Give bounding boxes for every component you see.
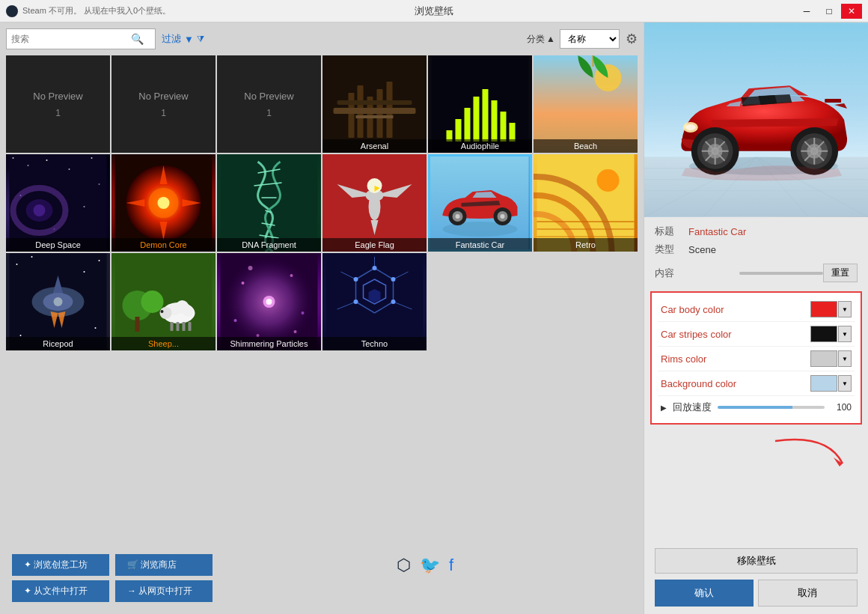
svg-point-61 <box>501 214 505 219</box>
list-item[interactable]: Techno <box>323 253 427 350</box>
content-label: 内容 <box>655 267 739 280</box>
list-item[interactable]: Fantastic Car <box>428 154 532 252</box>
list-item[interactable]: Shimmering Particles <box>217 253 321 350</box>
browse-shop-button[interactable]: 🛒 浏览商店 <box>115 554 213 576</box>
svg-rect-93 <box>171 322 174 331</box>
search-icon[interactable]: 🔍 <box>131 33 144 45</box>
sort-label: 分类 ▲ <box>527 33 555 46</box>
svg-rect-94 <box>177 322 180 331</box>
list-item[interactable]: Retro <box>534 154 638 252</box>
type-value: Scene <box>688 244 716 255</box>
facebook-social-icon[interactable]: f <box>449 556 453 575</box>
reset-button[interactable]: 重置 <box>823 264 858 282</box>
list-item[interactable]: Sheep... <box>111 253 216 350</box>
rims-color-dropdown[interactable]: ▼ <box>838 350 852 367</box>
speed-slider[interactable] <box>718 406 825 409</box>
svg-rect-12 <box>465 108 471 142</box>
bottom-row2: ✦ 从文件中打开 → 从网页中打开 <box>12 580 632 602</box>
background-color-swatch[interactable] <box>810 375 837 392</box>
rims-color-swatch[interactable] <box>810 350 837 367</box>
filter-icon: ▼ <box>184 34 194 45</box>
wallpaper-grid: No Preview 1 No Preview 1 No Preview 1 <box>6 55 638 548</box>
left-panel: 🔍 过滤 ▼ ⧩ 分类 ▲ 名称 ⚙ No <box>0 22 644 614</box>
twitter-social-icon[interactable]: 🐦 <box>420 556 440 575</box>
search-input[interactable] <box>11 34 131 44</box>
car-body-color-swatch[interactable] <box>810 301 837 317</box>
svg-point-119 <box>391 300 396 304</box>
right-bottom: 移除壁纸 确认 取消 <box>644 541 868 614</box>
svg-point-81 <box>20 335 22 336</box>
steam-social-icon[interactable]: ⬡ <box>397 556 411 575</box>
svg-rect-6 <box>334 108 416 114</box>
svg-rect-1 <box>349 93 355 138</box>
svg-point-121 <box>354 277 358 282</box>
confirm-button[interactable]: 确认 <box>655 580 754 607</box>
sort-up-icon: ▲ <box>546 34 555 44</box>
svg-point-152 <box>685 124 696 130</box>
svg-point-120 <box>354 300 358 304</box>
svg-rect-7 <box>337 100 412 105</box>
list-item[interactable]: Beach <box>534 55 638 153</box>
settings-icon[interactable]: ⚙ <box>626 31 638 47</box>
minimize-button[interactable]: ─ <box>796 4 817 19</box>
bottom-bar: ✦ 浏览创意工坊 🛒 浏览商店 ⬡ 🐦 f ✦ 从文件中打开 → 从网页中打开 <box>6 548 638 608</box>
car-body-swatch-container: ▼ <box>810 301 852 317</box>
list-item[interactable]: No Preview 1 <box>6 55 110 153</box>
content-row: 内容 重置 <box>655 264 858 282</box>
preview-image <box>644 22 868 217</box>
type-row: 类型 Scene <box>655 243 858 256</box>
color-options-panel: Car body color ▼ Car stripes color ▼ Rim… <box>650 291 862 425</box>
car-stripes-color-dropdown[interactable]: ▼ <box>838 326 852 342</box>
list-item[interactable]: No Preview 1 <box>217 55 321 153</box>
list-item[interactable]: DNA Fragment <box>217 154 321 252</box>
open-file-button[interactable]: ✦ 从文件中打开 <box>12 580 109 602</box>
titlebar: Steam 不可用。 从现在中我入0个壁纸。 浏览壁纸 ─ □ ✕ <box>0 0 868 22</box>
list-item[interactable]: Ricepod <box>6 253 110 350</box>
background-color-dropdown[interactable]: ▼ <box>838 375 852 392</box>
list-item[interactable]: Deep Space <box>6 154 110 252</box>
metadata: 标题 Fantastic Car 类型 Scene <box>644 217 868 264</box>
item-label: 1 <box>55 108 61 118</box>
title-value: Fantastic Car <box>688 226 746 237</box>
svg-rect-96 <box>189 322 192 331</box>
car-stripes-color-swatch[interactable] <box>810 326 837 342</box>
sort-dropdown[interactable]: 名称 <box>560 29 620 49</box>
svg-point-101 <box>242 282 245 285</box>
background-color-row: Background color ▼ <box>658 371 855 396</box>
list-item[interactable]: Demon Core <box>111 154 216 252</box>
svg-point-104 <box>302 311 305 314</box>
svg-point-51 <box>369 193 381 220</box>
svg-rect-13 <box>474 97 480 142</box>
browse-workshop-button[interactable]: ✦ 浏览创意工坊 <box>12 554 109 576</box>
close-button[interactable]: ✕ <box>841 4 862 19</box>
cancel-button[interactable]: 取消 <box>758 580 858 607</box>
car-body-color-dropdown[interactable]: ▼ <box>838 301 852 317</box>
svg-point-22 <box>13 157 14 159</box>
item-label: Audiophile <box>428 139 532 153</box>
item-label: Sheep... <box>111 337 216 350</box>
sort-container: 分类 ▲ 名称 <box>527 29 620 49</box>
content-section: 内容 重置 <box>644 264 868 291</box>
maximize-button[interactable]: □ <box>819 4 840 19</box>
speed-slider-container <box>718 406 825 409</box>
confirm-cancel-row: 确认 取消 <box>655 580 858 607</box>
list-item[interactable]: Arsenal <box>323 55 427 153</box>
play-button[interactable]: ▶ <box>661 404 667 412</box>
speed-value: 100 <box>831 402 852 413</box>
item-label: Demon Core <box>111 238 216 252</box>
car-body-color-row: Car body color ▼ <box>658 297 855 322</box>
svg-rect-132 <box>825 99 841 103</box>
remove-wallpaper-button[interactable]: 移除壁纸 <box>655 548 858 574</box>
right-panel: 标题 Fantastic Car 类型 Scene 内容 重置 Car body… <box>644 22 868 614</box>
svg-point-117 <box>373 266 377 270</box>
type-label: 类型 <box>655 243 688 256</box>
rims-color-label: Rims color <box>661 353 810 365</box>
list-item[interactable]: No Preview 1 <box>111 55 216 153</box>
rims-swatch-container: ▼ <box>810 350 852 367</box>
open-web-button[interactable]: → 从网页中打开 <box>115 580 213 602</box>
filter-button[interactable]: 过滤 ▼ ⧩ <box>162 32 204 46</box>
list-item[interactable]: Audiophile <box>428 55 532 153</box>
svg-rect-14 <box>483 89 489 142</box>
svg-point-85 <box>141 291 164 313</box>
list-item[interactable]: Eagle Flag <box>323 154 427 252</box>
